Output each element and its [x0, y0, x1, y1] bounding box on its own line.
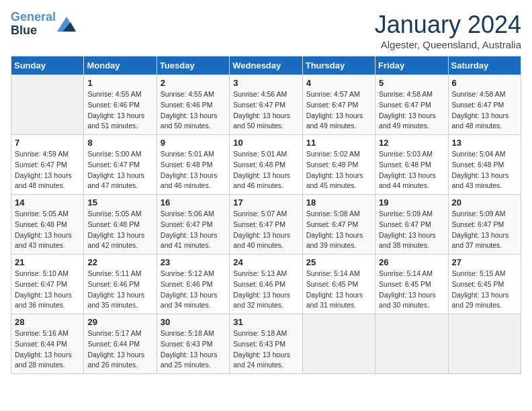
day-info: Sunrise: 5:09 AMSunset: 6:47 PMDaylight:…: [379, 209, 444, 251]
day-info: Sunrise: 5:08 AMSunset: 6:47 PMDaylight:…: [306, 209, 371, 251]
day-number: 20: [452, 197, 517, 208]
day-info: Sunrise: 4:59 AMSunset: 6:47 PMDaylight:…: [15, 149, 80, 191]
calendar-week-row: 21Sunrise: 5:10 AMSunset: 6:47 PMDayligh…: [11, 255, 521, 314]
month-title: January 2024: [375, 11, 521, 39]
calendar-cell: 30Sunrise: 5:18 AMSunset: 6:43 PMDayligh…: [157, 314, 229, 374]
day-number: 29: [87, 317, 152, 327]
day-number: 9: [161, 138, 226, 148]
day-info: Sunrise: 5:02 AMSunset: 6:48 PMDaylight:…: [306, 149, 371, 191]
day-info: Sunrise: 4:55 AMSunset: 6:46 PMDaylight:…: [161, 89, 226, 132]
calendar-cell: 8Sunrise: 5:00 AMSunset: 6:47 PMDaylight…: [84, 135, 157, 195]
logo: GeneralBlue: [11, 11, 76, 38]
day-info: Sunrise: 5:15 AMSunset: 6:45 PMDaylight:…: [452, 269, 517, 311]
day-number: 15: [87, 197, 152, 208]
day-number: 30: [161, 317, 226, 327]
calendar-cell: 26Sunrise: 5:14 AMSunset: 6:45 PMDayligh…: [375, 255, 448, 314]
calendar-cell: 12Sunrise: 5:03 AMSunset: 6:48 PMDayligh…: [375, 135, 448, 195]
day-number: 2: [161, 78, 226, 88]
logo-text: GeneralBlue: [11, 11, 56, 38]
weekday-header-cell: Friday: [375, 56, 448, 75]
weekday-header-cell: Thursday: [302, 56, 375, 75]
day-number: 11: [306, 138, 371, 148]
calendar-cell: 4Sunrise: 4:57 AMSunset: 6:47 PMDaylight…: [302, 75, 375, 135]
day-info: Sunrise: 5:03 AMSunset: 6:48 PMDaylight:…: [379, 149, 444, 191]
calendar-cell: 2Sunrise: 4:55 AMSunset: 6:46 PMDaylight…: [157, 75, 229, 135]
calendar-cell: 17Sunrise: 5:07 AMSunset: 6:47 PMDayligh…: [230, 195, 302, 255]
day-info: Sunrise: 5:00 AMSunset: 6:47 PMDaylight:…: [87, 149, 152, 191]
day-info: Sunrise: 5:10 AMSunset: 6:47 PMDaylight:…: [15, 269, 80, 311]
day-info: Sunrise: 4:57 AMSunset: 6:47 PMDaylight:…: [306, 89, 371, 132]
calendar-cell: 21Sunrise: 5:10 AMSunset: 6:47 PMDayligh…: [11, 255, 84, 314]
calendar-cell: 9Sunrise: 5:01 AMSunset: 6:48 PMDaylight…: [157, 135, 229, 195]
page-header: GeneralBlue January 2024 Algester, Queen…: [11, 11, 521, 50]
day-info: Sunrise: 5:01 AMSunset: 6:48 PMDaylight:…: [233, 149, 298, 191]
day-info: Sunrise: 5:04 AMSunset: 6:48 PMDaylight:…: [452, 149, 517, 191]
calendar-week-row: 14Sunrise: 5:05 AMSunset: 6:48 PMDayligh…: [11, 195, 521, 255]
day-info: Sunrise: 5:14 AMSunset: 6:45 PMDaylight:…: [379, 269, 444, 311]
day-info: Sunrise: 5:07 AMSunset: 6:47 PMDaylight:…: [233, 209, 298, 251]
day-number: 22: [87, 257, 152, 267]
day-number: 16: [161, 197, 226, 208]
logo-icon: [57, 17, 76, 32]
calendar-cell: 19Sunrise: 5:09 AMSunset: 6:47 PMDayligh…: [375, 195, 448, 255]
day-number: 5: [379, 78, 444, 88]
weekday-header-row: SundayMondayTuesdayWednesdayThursdayFrid…: [11, 56, 521, 75]
day-number: 23: [161, 257, 226, 267]
calendar-cell: 25Sunrise: 5:14 AMSunset: 6:45 PMDayligh…: [302, 255, 375, 314]
calendar-cell: 6Sunrise: 4:58 AMSunset: 6:47 PMDaylight…: [448, 75, 521, 135]
calendar-cell: 28Sunrise: 5:16 AMSunset: 6:44 PMDayligh…: [11, 314, 84, 374]
calendar-cell: 20Sunrise: 5:09 AMSunset: 6:47 PMDayligh…: [448, 195, 521, 255]
calendar-cell: 5Sunrise: 4:58 AMSunset: 6:47 PMDaylight…: [375, 75, 448, 135]
day-number: 4: [306, 78, 371, 88]
day-number: 1: [87, 78, 152, 88]
day-info: Sunrise: 5:16 AMSunset: 6:44 PMDaylight:…: [15, 328, 80, 371]
day-number: 27: [452, 257, 517, 267]
day-number: 21: [15, 257, 80, 267]
day-info: Sunrise: 5:11 AMSunset: 6:46 PMDaylight:…: [87, 269, 152, 311]
calendar-cell: [448, 314, 521, 374]
day-number: 28: [15, 317, 80, 327]
weekday-header-cell: Wednesday: [230, 56, 302, 75]
day-info: Sunrise: 5:18 AMSunset: 6:43 PMDaylight:…: [233, 328, 298, 371]
title-block: January 2024 Algester, Queensland, Austr…: [375, 11, 521, 50]
day-number: 7: [15, 138, 80, 148]
day-number: 12: [379, 138, 444, 148]
calendar-cell: 27Sunrise: 5:15 AMSunset: 6:45 PMDayligh…: [448, 255, 521, 314]
calendar-cell: 10Sunrise: 5:01 AMSunset: 6:48 PMDayligh…: [230, 135, 302, 195]
day-number: 26: [379, 257, 444, 267]
day-number: 14: [15, 197, 80, 208]
calendar-cell: 16Sunrise: 5:06 AMSunset: 6:47 PMDayligh…: [157, 195, 229, 255]
calendar-cell: 1Sunrise: 4:55 AMSunset: 6:46 PMDaylight…: [84, 75, 157, 135]
calendar-cell: 23Sunrise: 5:12 AMSunset: 6:46 PMDayligh…: [157, 255, 229, 314]
day-info: Sunrise: 5:09 AMSunset: 6:47 PMDaylight:…: [452, 209, 517, 251]
calendar-cell: [11, 75, 84, 135]
day-info: Sunrise: 4:58 AMSunset: 6:47 PMDaylight:…: [452, 89, 517, 132]
calendar-cell: 31Sunrise: 5:18 AMSunset: 6:43 PMDayligh…: [230, 314, 302, 374]
calendar-cell: 11Sunrise: 5:02 AMSunset: 6:48 PMDayligh…: [302, 135, 375, 195]
day-info: Sunrise: 5:17 AMSunset: 6:44 PMDaylight:…: [87, 328, 152, 371]
day-number: 6: [452, 78, 517, 88]
day-info: Sunrise: 5:05 AMSunset: 6:48 PMDaylight:…: [87, 209, 152, 251]
calendar-week-row: 7Sunrise: 4:59 AMSunset: 6:47 PMDaylight…: [11, 135, 521, 195]
weekday-header-cell: Sunday: [11, 56, 84, 75]
day-number: 13: [452, 138, 517, 148]
calendar-table: SundayMondayTuesdayWednesdayThursdayFrid…: [11, 56, 521, 374]
day-number: 18: [306, 197, 371, 208]
day-info: Sunrise: 4:56 AMSunset: 6:47 PMDaylight:…: [233, 89, 298, 132]
calendar-cell: [302, 314, 375, 374]
calendar-cell: [375, 314, 448, 374]
weekday-header-cell: Tuesday: [157, 56, 229, 75]
calendar-cell: 3Sunrise: 4:56 AMSunset: 6:47 PMDaylight…: [230, 75, 302, 135]
calendar-cell: 29Sunrise: 5:17 AMSunset: 6:44 PMDayligh…: [84, 314, 157, 374]
calendar-week-row: 28Sunrise: 5:16 AMSunset: 6:44 PMDayligh…: [11, 314, 521, 374]
calendar-cell: 14Sunrise: 5:05 AMSunset: 6:48 PMDayligh…: [11, 195, 84, 255]
weekday-header-cell: Saturday: [448, 56, 521, 75]
day-info: Sunrise: 5:12 AMSunset: 6:46 PMDaylight:…: [161, 269, 226, 311]
calendar-cell: 24Sunrise: 5:13 AMSunset: 6:46 PMDayligh…: [230, 255, 302, 314]
calendar-cell: 7Sunrise: 4:59 AMSunset: 6:47 PMDaylight…: [11, 135, 84, 195]
calendar-cell: 13Sunrise: 5:04 AMSunset: 6:48 PMDayligh…: [448, 135, 521, 195]
day-number: 19: [379, 197, 444, 208]
day-number: 31: [233, 317, 298, 327]
calendar-cell: 15Sunrise: 5:05 AMSunset: 6:48 PMDayligh…: [84, 195, 157, 255]
day-info: Sunrise: 4:55 AMSunset: 6:46 PMDaylight:…: [87, 89, 152, 132]
